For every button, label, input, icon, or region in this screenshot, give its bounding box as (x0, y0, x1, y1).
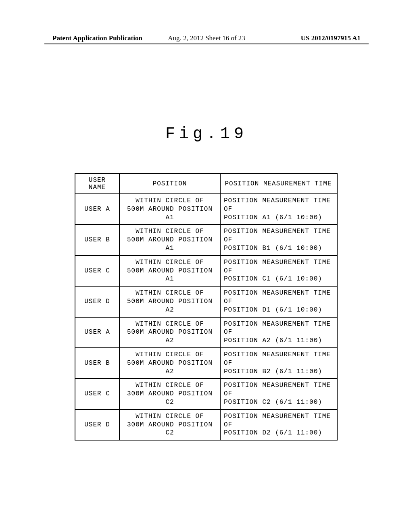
figure-label: Fig.19 (0, 125, 413, 143)
header-user-name: USER NAME (75, 174, 119, 194)
table-row: USER A WITHIN CIRCLE OF500M AROUND POSIT… (75, 194, 337, 224)
cell-time: POSITION MEASUREMENT TIME OFPOSITION A2 … (220, 317, 337, 348)
cell-time: POSITION MEASUREMENT TIME OFPOSITION C1 … (220, 256, 337, 286)
cell-user: USER A (75, 194, 119, 224)
header-position: POSITION (119, 174, 220, 194)
cell-user: USER C (75, 378, 119, 409)
cell-position: WITHIN CIRCLE OF300M AROUND POSITION C2 (119, 409, 220, 440)
table-row: USER A WITHIN CIRCLE OF500M AROUND POSIT… (75, 317, 337, 348)
cell-user: USER D (75, 286, 119, 317)
cell-user: USER D (75, 409, 119, 440)
table-row: USER D WITHIN CIRCLE OF500M AROUND POSIT… (75, 286, 337, 317)
table-row: USER B WITHIN CIRCLE OF500M AROUND POSIT… (75, 224, 337, 255)
cell-time: POSITION MEASUREMENT TIME OFPOSITION C2 … (220, 378, 337, 409)
page-header: Patent Application Publication Aug. 2, 2… (0, 34, 413, 42)
header-measurement-time: POSITION MEASUREMENT TIME (220, 174, 337, 194)
cell-position: WITHIN CIRCLE OF500M AROUND POSITION A1 (119, 194, 220, 224)
header-publication-number: US 2012/0197915 A1 (301, 34, 361, 42)
cell-position: WITHIN CIRCLE OF500M AROUND POSITION A2 (119, 317, 220, 348)
table-header-row: USER NAME POSITION POSITION MEASUREMENT … (75, 174, 337, 194)
cell-position: WITHIN CIRCLE OF500M AROUND POSITION A2 (119, 348, 220, 378)
table-row: USER C WITHIN CIRCLE OF500M AROUND POSIT… (75, 256, 337, 286)
cell-time: POSITION MEASUREMENT TIME OFPOSITION B1 … (220, 224, 337, 255)
cell-time: POSITION MEASUREMENT TIME OFPOSITION B2 … (220, 348, 337, 378)
cell-position: WITHIN CIRCLE OF500M AROUND POSITION A1 (119, 224, 220, 255)
cell-position: WITHIN CIRCLE OF300M AROUND POSITION C2 (119, 378, 220, 409)
header-date-sheet: Aug. 2, 2012 Sheet 16 of 23 (168, 34, 245, 42)
cell-user: USER A (75, 317, 119, 348)
cell-user: USER C (75, 256, 119, 286)
cell-time: POSITION MEASUREMENT TIME OFPOSITION D1 … (220, 286, 337, 317)
position-table-container: USER NAME POSITION POSITION MEASUREMENT … (75, 173, 338, 441)
table-row: USER B WITHIN CIRCLE OF500M AROUND POSIT… (75, 348, 337, 378)
table-row: USER D WITHIN CIRCLE OF300M AROUND POSIT… (75, 409, 337, 440)
cell-position: WITHIN CIRCLE OF500M AROUND POSITION A1 (119, 256, 220, 286)
cell-time: POSITION MEASUREMENT TIME OFPOSITION D2 … (220, 409, 337, 440)
header-divider (44, 44, 369, 44)
position-table: USER NAME POSITION POSITION MEASUREMENT … (75, 173, 338, 441)
table-row: USER C WITHIN CIRCLE OF300M AROUND POSIT… (75, 378, 337, 409)
cell-user: USER B (75, 348, 119, 378)
header-publication-label: Patent Application Publication (52, 34, 142, 42)
cell-time: POSITION MEASUREMENT TIME OFPOSITION A1 … (220, 194, 337, 224)
cell-user: USER B (75, 224, 119, 255)
cell-position: WITHIN CIRCLE OF500M AROUND POSITION A2 (119, 286, 220, 317)
